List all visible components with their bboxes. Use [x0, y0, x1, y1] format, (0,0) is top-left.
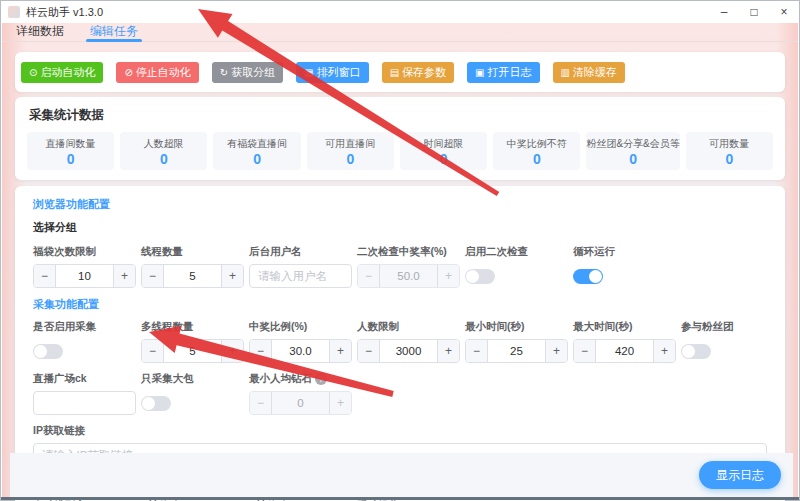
arrange-windows-button[interactable]: ▦ 排列窗口	[296, 62, 368, 83]
max-time-stepper[interactable]: − 420 +	[573, 339, 676, 363]
decrement-button[interactable]: −	[250, 340, 272, 362]
enable-collect-toggle[interactable]	[33, 344, 63, 359]
increment-button[interactable]: +	[113, 265, 135, 287]
decrement-button[interactable]: −	[142, 265, 164, 287]
stat-value: 0	[346, 152, 354, 166]
app-icon	[8, 6, 20, 18]
stat-value: 0	[725, 152, 733, 166]
refresh-icon: ↻	[220, 68, 228, 78]
stat-label: 中奖比例不符	[507, 137, 567, 151]
people-limit-stepper[interactable]: − 3000 +	[357, 339, 460, 363]
field-label: 参与粉丝团	[681, 320, 784, 334]
decrement-button: −	[358, 265, 380, 287]
field-max-time: 最大时间(秒) − 420 +	[573, 320, 676, 363]
only-big-bag-toggle[interactable]	[141, 396, 171, 411]
field-label-text: 最小人均钻石	[249, 372, 312, 386]
stepper-value: 0	[272, 392, 329, 414]
username-input[interactable]	[249, 264, 352, 288]
button-label: 打开日志	[488, 65, 532, 80]
field-win-ratio: 中奖比例(%) − 30.0 +	[249, 320, 352, 363]
stepper-value: 5	[164, 265, 221, 287]
stats-panel: 采集统计数据 直播间数量 0 人数超限 0 有福袋直播间 0 可用直播间 0	[15, 97, 785, 180]
stat-people-exceeded: 人数超限 0	[120, 132, 207, 170]
section-title-collect-config: 采集功能配置	[33, 297, 775, 312]
decrement-button[interactable]: −	[142, 340, 164, 362]
stat-label: 直播间数量	[46, 137, 96, 151]
stop-automation-button[interactable]: ⊘ 停止自动化	[116, 62, 198, 83]
decrement-button[interactable]: −	[34, 265, 56, 287]
collect-config-row-2: 直播广场ck 只采集大包 最小人均钻石 ? − 0 +	[25, 372, 775, 415]
field-label: 福袋次数限制	[33, 245, 136, 259]
play-circle-icon: ⊙	[29, 68, 37, 78]
clear-cache-button[interactable]: ▥ 清除缓存	[553, 62, 625, 83]
maximize-button[interactable]: □	[739, 1, 769, 23]
stat-label: 可用数量	[709, 137, 749, 151]
field-plaza-ck: 直播广场ck	[33, 372, 136, 415]
field-enable-recheck: 启用二次检查	[465, 245, 568, 288]
fudai-limit-stepper[interactable]: − 10 +	[33, 264, 136, 288]
tab-edit-task[interactable]: 编辑任务	[90, 23, 138, 42]
field-loop-run: 循环运行	[573, 245, 676, 288]
field-label: 只采集大包	[141, 372, 244, 386]
field-username: 后台用户名	[249, 245, 352, 288]
plaza-ck-input[interactable]	[33, 391, 136, 415]
min-time-stepper[interactable]: − 25 +	[465, 339, 568, 363]
stat-live-room-count: 直播间数量 0	[27, 132, 114, 170]
tab-detail-data[interactable]: 详细数据	[16, 23, 64, 42]
field-label: 后台用户名	[249, 245, 352, 259]
field-label: 最小人均钻石 ?	[249, 372, 352, 386]
close-button[interactable]: ×	[769, 1, 799, 23]
field-threads: 线程数量 − 5 +	[141, 245, 244, 288]
increment-button[interactable]: +	[653, 340, 675, 362]
app-window: 样云助手 v1.3.0 – □ × 详细数据 编辑任务 ⊙ 启动自动化 ⊘ 停止…	[0, 0, 800, 501]
section-title-browser-config: 浏览器功能配置	[33, 197, 775, 212]
multi-threads-stepper[interactable]: − 5 +	[141, 339, 244, 363]
stepper-value: 10	[56, 265, 113, 287]
decrement-button[interactable]: −	[466, 340, 488, 362]
field-label: 二次检查中奖率(%)	[357, 245, 460, 259]
field-label: 线程数量	[141, 245, 244, 259]
button-label: 停止自动化	[136, 65, 191, 80]
decrement-button[interactable]: −	[358, 340, 380, 362]
stat-time-exceeded: 时间超限 0	[400, 132, 487, 170]
win-ratio-stepper[interactable]: − 30.0 +	[249, 339, 352, 363]
increment-button[interactable]: +	[545, 340, 567, 362]
stats-row: 直播间数量 0 人数超限 0 有福袋直播间 0 可用直播间 0 时间超限 0	[27, 132, 773, 170]
footer-bar: 显示日志	[10, 453, 793, 497]
increment-button: +	[329, 392, 351, 414]
open-log-button[interactable]: ▣ 打开日志	[467, 62, 539, 83]
field-people-limit: 人数限制 − 3000 +	[357, 320, 460, 363]
threads-stepper[interactable]: − 5 +	[141, 264, 244, 288]
folder-icon: ▣	[475, 68, 484, 78]
min-diamond-stepper: − 0 +	[249, 391, 352, 415]
decrement-button[interactable]: −	[574, 340, 596, 362]
show-log-button[interactable]: 显示日志	[699, 461, 781, 489]
increment-button[interactable]: +	[221, 265, 243, 287]
increment-button[interactable]: +	[221, 340, 243, 362]
help-icon[interactable]: ?	[315, 373, 327, 385]
field-label: 是否启用采集	[33, 320, 136, 334]
loop-run-toggle[interactable]	[573, 269, 603, 284]
stepper-value: 50.0	[380, 265, 437, 287]
field-label: 最大时间(秒)	[573, 320, 676, 334]
stat-usable-count: 可用数量 0	[686, 132, 773, 170]
enable-recheck-toggle[interactable]	[465, 269, 495, 284]
tab-bar: 详细数据 编辑任务	[2, 23, 798, 42]
field-recheck-rate: 二次检查中奖率(%) − 50.0 +	[357, 245, 460, 288]
window-bottom-border	[1, 497, 799, 500]
join-fans-toggle[interactable]	[681, 344, 711, 359]
field-only-big-bag: 只采集大包	[141, 372, 244, 415]
stat-value: 0	[160, 152, 168, 166]
save-params-button[interactable]: ▤ 保存参数	[382, 62, 454, 83]
start-automation-button[interactable]: ⊙ 启动自动化	[21, 62, 103, 83]
field-join-fans: 参与粉丝团	[681, 320, 784, 363]
stat-label: 粉丝团&分享&会员等	[586, 137, 679, 151]
increment-button[interactable]: +	[437, 340, 459, 362]
increment-button[interactable]: +	[329, 340, 351, 362]
get-groups-button[interactable]: ↻ 获取分组	[212, 62, 283, 83]
toolbar: ⊙ 启动自动化 ⊘ 停止自动化 ↻ 获取分组 ▦ 排列窗口 ▤ 保存参数 ▣ 打…	[15, 52, 785, 92]
stat-label: 人数超限	[144, 137, 184, 151]
window-controls: – □ ×	[709, 1, 799, 23]
minimize-button[interactable]: –	[709, 1, 739, 23]
field-label: 人数限制	[357, 320, 460, 334]
